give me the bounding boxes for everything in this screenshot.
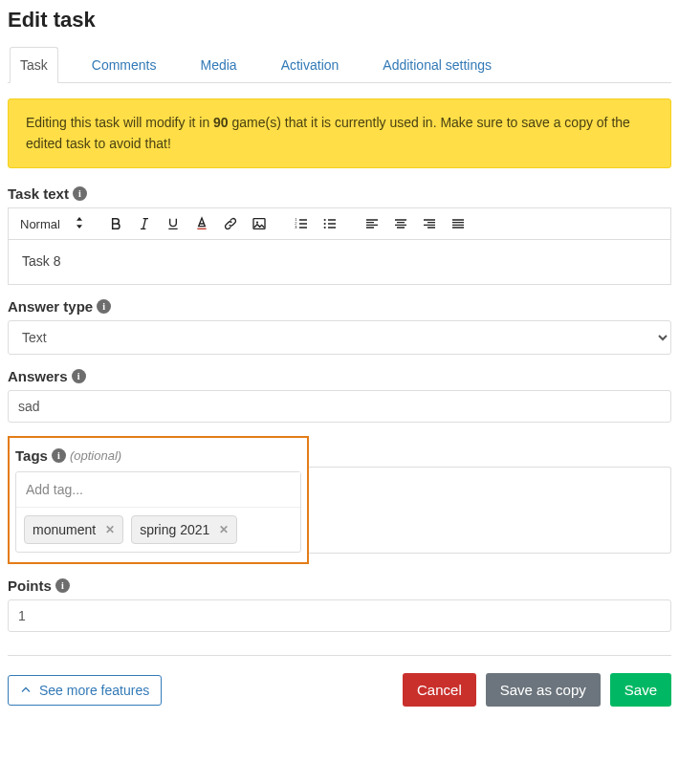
info-icon[interactable]: i <box>55 578 70 593</box>
svg-point-2 <box>256 222 258 224</box>
answer-type-select[interactable]: Text <box>8 320 671 355</box>
remove-tag-icon[interactable]: ✕ <box>105 523 115 536</box>
tags-optional-label: (optional) <box>70 448 121 463</box>
info-icon[interactable]: i <box>72 369 86 383</box>
save-button[interactable]: Save <box>610 673 671 707</box>
tab-comments[interactable]: Comments <box>81 47 167 83</box>
task-text-label: Task text <box>8 185 69 202</box>
answer-type-label: Answer type <box>8 298 93 315</box>
see-more-label: See more features <box>39 683 149 698</box>
unordered-list-icon[interactable] <box>320 214 340 233</box>
tag-chip: monument ✕ <box>24 515 123 544</box>
image-icon[interactable] <box>250 214 269 233</box>
field-answers: Answers i <box>8 368 671 423</box>
svg-text:3: 3 <box>295 226 297 230</box>
tag-chip-label: spring 2021 <box>140 522 209 537</box>
add-tag-input[interactable] <box>16 472 300 508</box>
chevron-up-icon <box>20 685 32 696</box>
task-text-input[interactable]: Task 8 <box>9 240 670 284</box>
field-points: Points i <box>8 577 671 632</box>
rich-text-editor: Normal 123 <box>8 207 671 285</box>
tag-chip: spring 2021 ✕ <box>131 515 237 544</box>
tab-task[interactable]: Task <box>10 47 58 83</box>
tab-additional-settings[interactable]: Additional settings <box>372 47 502 83</box>
italic-icon[interactable] <box>135 214 154 233</box>
link-icon[interactable] <box>221 214 240 233</box>
field-answer-type: Answer type i Text <box>8 298 671 355</box>
editor-toolbar: Normal 123 <box>9 208 670 240</box>
bold-icon[interactable] <box>106 214 125 233</box>
tab-bar: Task Comments Media Activation Additiona… <box>8 46 671 83</box>
warning-alert: Editing this task will modify it in 90 g… <box>8 98 671 168</box>
tag-chips: monument ✕ spring 2021 ✕ <box>16 508 300 552</box>
tab-media[interactable]: Media <box>189 47 247 83</box>
cancel-button[interactable]: Cancel <box>403 673 476 707</box>
alert-text-prefix: Editing this task will modify it in <box>26 115 213 130</box>
points-label: Points <box>8 577 52 594</box>
svg-point-7 <box>324 223 326 225</box>
answers-label: Answers <box>8 368 68 384</box>
info-icon[interactable]: i <box>52 448 66 463</box>
tag-chip-label: monument <box>33 522 96 537</box>
points-input[interactable] <box>8 599 671 632</box>
alert-game-count: 90 <box>213 115 229 130</box>
align-center-icon[interactable] <box>391 214 410 233</box>
format-select[interactable]: Normal <box>18 215 83 233</box>
remove-tag-icon[interactable]: ✕ <box>219 523 229 536</box>
page-title: Edit task <box>8 8 671 33</box>
tags-box-extension <box>309 467 671 554</box>
field-task-text: Task text i Normal 123 <box>8 185 671 285</box>
svg-point-8 <box>324 227 326 229</box>
tags-highlight-box: Tags i (optional) monument ✕ spring 2021… <box>8 436 309 564</box>
info-icon[interactable]: i <box>73 186 87 201</box>
tags-box: monument ✕ spring 2021 ✕ <box>15 471 301 553</box>
align-justify-icon[interactable] <box>449 214 468 233</box>
see-more-features-button[interactable]: See more features <box>8 675 162 706</box>
format-label: Normal <box>20 217 60 231</box>
svg-rect-0 <box>197 229 206 229</box>
tags-label: Tags <box>15 447 48 464</box>
svg-point-6 <box>324 219 326 221</box>
chevron-updown-icon <box>76 217 83 231</box>
footer-divider <box>8 655 671 656</box>
align-right-icon[interactable] <box>420 214 439 233</box>
answers-input[interactable] <box>8 390 671 423</box>
underline-icon[interactable] <box>164 214 183 233</box>
align-left-icon[interactable] <box>362 214 382 233</box>
save-as-copy-button[interactable]: Save as copy <box>486 673 601 707</box>
footer: See more features Cancel Save as copy Sa… <box>8 673 671 710</box>
tab-activation[interactable]: Activation <box>271 47 350 83</box>
ordered-list-icon[interactable]: 123 <box>292 214 311 233</box>
font-color-icon[interactable] <box>192 214 211 233</box>
info-icon[interactable]: i <box>97 299 111 314</box>
